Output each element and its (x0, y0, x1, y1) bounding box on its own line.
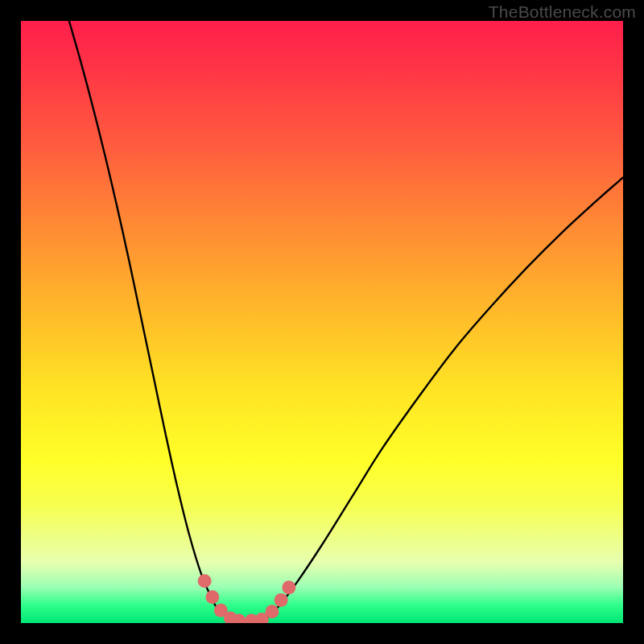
curve-group (69, 21, 623, 621)
series-right-curve (268, 177, 623, 617)
marker-group (198, 574, 296, 623)
marker-right-upper (282, 580, 295, 594)
chart-svg (21, 21, 623, 623)
marker-right-lower (265, 605, 279, 618)
series-left-curve (69, 21, 229, 617)
marker-left-mid (205, 590, 219, 604)
marker-left-upper (198, 574, 212, 588)
chart-frame (0, 0, 644, 644)
plot-area (21, 21, 623, 623)
marker-right-mid (275, 593, 288, 607)
